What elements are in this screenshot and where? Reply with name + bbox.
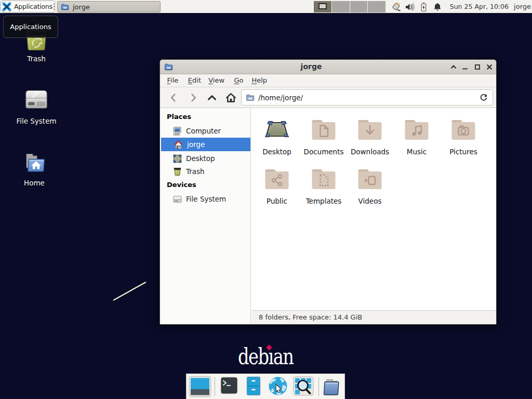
file-desktop[interactable]: Desktop (254, 117, 300, 156)
dock-file-manager[interactable] (321, 376, 344, 397)
file-pictures[interactable]: Pictures (440, 117, 487, 156)
notifications-bell-icon[interactable] (433, 2, 442, 11)
file-name-label: Music (393, 148, 440, 156)
videos-folder-icon (356, 166, 383, 191)
desktop-icon-file-system[interactable]: File System (13, 89, 60, 125)
dock-terminal[interactable] (218, 376, 241, 397)
menubar: File Edit View Go Help (160, 74, 496, 87)
home-icon (174, 140, 183, 150)
file-manager-window: jorge File Edit View Go Help /home/jorge… (159, 59, 497, 325)
workspace-2[interactable] (332, 1, 350, 12)
debian-wordmark: debıan (238, 345, 293, 368)
application-finder-icon (292, 376, 315, 397)
volume-icon[interactable] (405, 2, 415, 12)
file-downloads[interactable]: Downloads (347, 117, 393, 156)
network-icon[interactable] (391, 2, 401, 12)
forward-button[interactable] (187, 91, 200, 104)
dock-file-cabinet[interactable] (242, 376, 265, 397)
file-videos[interactable]: Videos (347, 166, 393, 205)
user-menu[interactable]: jorge (514, 0, 531, 13)
location-path[interactable]: /home/jorge/ (258, 94, 480, 102)
clock[interactable]: Sun 25 Apr, 10:06 (450, 0, 509, 13)
toolbar: /home/jorge/ (160, 87, 496, 108)
downloads-folder-icon (356, 117, 383, 142)
workspace-window-preview (318, 3, 327, 9)
taskbar-window-button[interactable]: jorge (57, 1, 161, 12)
forward-arrow-icon (188, 92, 199, 103)
home-folder-icon (22, 152, 46, 174)
templates-folder-icon (310, 166, 337, 191)
menu-help[interactable]: Help (251, 74, 267, 87)
sidebar-item-computer[interactable]: Computer (160, 124, 250, 138)
file-list: Desktop Documents Downloads Music Pictur… (251, 108, 496, 310)
workspace-3[interactable] (350, 1, 368, 12)
sidebar: Places Computer jorge Desktop Trash Devi… (160, 108, 251, 324)
file-documents[interactable]: Documents (300, 117, 347, 156)
sidebar-item-jorge[interactable]: jorge (161, 138, 250, 151)
file-name-label: Desktop (254, 148, 300, 156)
menu-file[interactable]: File (167, 74, 179, 87)
sidebar-item-file-system[interactable]: File System (160, 192, 250, 206)
dock-separator (215, 377, 215, 396)
menu-edit[interactable]: Edit (188, 74, 201, 87)
desktop-icon-home[interactable]: Home (11, 152, 58, 187)
file-name-label: Downloads (347, 148, 393, 156)
file-name-label: Pictures (440, 148, 487, 156)
debian-wallpaper-logo: debıan (238, 345, 309, 368)
bottom-dock (186, 374, 345, 399)
sidebar-item-trash[interactable]: Trash (160, 165, 250, 178)
file-cabinet-icon (242, 376, 265, 397)
panel-separator-grip (53, 4, 55, 10)
computer-icon (172, 126, 182, 136)
menu-view[interactable]: View (208, 74, 224, 87)
window-title: jorge (174, 60, 449, 74)
up-button[interactable] (205, 91, 219, 104)
menu-go[interactable]: Go (234, 74, 243, 87)
window-folder-icon (164, 62, 173, 71)
reload-icon[interactable] (480, 94, 488, 102)
pictures-folder-icon (450, 117, 477, 142)
workspace-1[interactable] (314, 1, 331, 12)
hard-drive-icon (172, 194, 182, 204)
file-name-label: Templates (300, 197, 347, 205)
maximize-icon (474, 63, 481, 71)
minimize-button[interactable] (461, 63, 469, 71)
up-arrow-icon (206, 92, 218, 103)
dock-application-finder[interactable] (292, 376, 315, 397)
folder-icon (61, 3, 69, 11)
file-music[interactable]: Music (393, 117, 440, 156)
file-name-label: Documents (300, 148, 347, 156)
back-button[interactable] (167, 91, 180, 104)
window-titlebar[interactable]: jorge (160, 60, 496, 74)
desktop-pad-icon (263, 117, 290, 142)
home-button[interactable] (224, 91, 237, 104)
show-desktop-icon (189, 376, 211, 397)
dock-web-browser[interactable] (267, 376, 289, 397)
file-templates[interactable]: Templates (300, 166, 347, 205)
file-public[interactable]: Public (254, 166, 300, 205)
dock-show-desktop[interactable] (189, 376, 211, 397)
close-icon (486, 63, 493, 71)
file-name-label: Videos (347, 197, 393, 205)
home-icon (225, 92, 237, 104)
desktop-icon-label: Home (11, 179, 58, 187)
sidebar-item-desktop[interactable]: Desktop (160, 152, 250, 165)
shade-button[interactable] (449, 63, 458, 71)
dock-separator (318, 377, 319, 396)
maximize-button[interactable] (473, 63, 482, 71)
location-bar[interactable]: /home/jorge/ (241, 89, 493, 105)
hard-drive-icon (24, 89, 48, 111)
sidebar-item-label: jorge (187, 140, 205, 149)
desktop-icon-label: File System (13, 117, 60, 125)
desktop-icon-label: Trash (13, 55, 60, 63)
file-name-label: Public (254, 197, 300, 205)
battery-icon[interactable] (419, 2, 429, 12)
documents-folder-icon (310, 117, 337, 142)
close-button[interactable] (485, 63, 494, 71)
shade-icon (450, 63, 457, 71)
sidebar-header-places: Places (167, 111, 191, 123)
workspace-4[interactable] (368, 1, 385, 12)
file-manager-folder-icon (321, 376, 344, 397)
workspace-pager[interactable] (314, 1, 386, 12)
applications-menu-button[interactable]: Applications (1, 1, 55, 12)
